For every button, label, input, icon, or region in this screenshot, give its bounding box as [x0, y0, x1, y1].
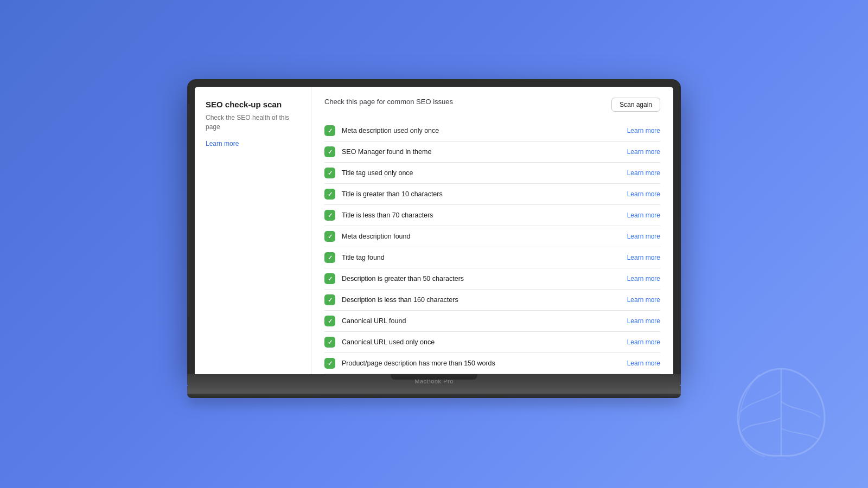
laptop-container: SEO check-up scan Check the SEO health o…	[187, 79, 681, 398]
check-learn-more-link[interactable]: Learn more	[627, 275, 660, 282]
laptop-notch	[391, 374, 477, 380]
check-pass-icon	[324, 168, 335, 178]
check-item: Canonical URL used only onceLearn more	[324, 332, 660, 353]
check-item: Title is greater than 10 charactersLearn…	[324, 184, 660, 205]
main-header-title: Check this page for common SEO issues	[324, 98, 453, 106]
check-item: Description is greater than 50 character…	[324, 268, 660, 290]
check-learn-more-link[interactable]: Learn more	[627, 254, 660, 261]
check-label: Canonical URL used only once	[342, 338, 621, 346]
laptop-stand	[187, 386, 681, 394]
check-item: Product/page description has more than 1…	[324, 353, 660, 374]
check-learn-more-link[interactable]: Learn more	[627, 233, 660, 240]
check-learn-more-link[interactable]: Learn more	[627, 190, 660, 198]
check-pass-icon	[324, 125, 335, 136]
check-item: SEO Manager found in themeLearn more	[324, 142, 660, 163]
check-learn-more-link[interactable]: Learn more	[627, 359, 660, 367]
sidebar-learn-more-link[interactable]: Learn more	[206, 140, 239, 147]
check-item: Canonical URL foundLearn more	[324, 311, 660, 332]
check-pass-icon	[324, 189, 335, 200]
laptop-screen-bezel: SEO check-up scan Check the SEO health o…	[187, 79, 681, 374]
sidebar-title: SEO check-up scan	[206, 100, 300, 109]
app-container: SEO check-up scan Check the SEO health o…	[195, 87, 673, 374]
check-pass-icon	[324, 252, 335, 263]
check-learn-more-link[interactable]: Learn more	[627, 317, 660, 325]
check-label: Description is less than 160 characters	[342, 296, 621, 304]
check-pass-icon	[324, 337, 335, 348]
check-label: Canonical URL found	[342, 317, 621, 325]
check-item: Meta description used only onceLearn mor…	[324, 120, 660, 142]
sidebar: SEO check-up scan Check the SEO health o…	[195, 87, 311, 374]
check-label: Product/page description has more than 1…	[342, 359, 621, 367]
scan-again-button[interactable]: Scan again	[611, 98, 660, 112]
check-learn-more-link[interactable]: Learn more	[627, 211, 660, 219]
main-header: Check this page for common SEO issues Sc…	[324, 98, 660, 112]
check-item: Title is less than 70 charactersLearn mo…	[324, 205, 660, 226]
check-item: Title tag foundLearn more	[324, 247, 660, 268]
check-pass-icon	[324, 294, 335, 305]
check-item: Description is less than 160 charactersL…	[324, 290, 660, 311]
laptop-screen: SEO check-up scan Check the SEO health o…	[195, 87, 673, 374]
laptop-foot	[187, 394, 681, 398]
check-label: Title is greater than 10 characters	[342, 190, 621, 198]
check-learn-more-link[interactable]: Learn more	[627, 169, 660, 177]
main-content: Check this page for common SEO issues Sc…	[311, 87, 673, 374]
check-list: Meta description used only onceLearn mor…	[324, 120, 660, 374]
check-learn-more-link[interactable]: Learn more	[627, 148, 660, 156]
check-pass-icon	[324, 316, 335, 326]
check-pass-icon	[324, 210, 335, 221]
laptop-base: MacBook Pro	[187, 374, 681, 386]
check-label: Title tag found	[342, 254, 621, 261]
check-pass-icon	[324, 146, 335, 157]
check-label: Description is greater than 50 character…	[342, 275, 621, 282]
check-pass-icon	[324, 273, 335, 284]
check-label: Meta description used only once	[342, 127, 621, 134]
check-learn-more-link[interactable]: Learn more	[627, 338, 660, 346]
check-label: Meta description found	[342, 233, 621, 240]
check-label: Title is less than 70 characters	[342, 211, 621, 219]
check-item: Meta description foundLearn more	[324, 226, 660, 247]
check-learn-more-link[interactable]: Learn more	[627, 127, 660, 134]
background-leaf-icon	[727, 358, 835, 466]
check-label: SEO Manager found in theme	[342, 148, 621, 156]
check-learn-more-link[interactable]: Learn more	[627, 296, 660, 304]
check-pass-icon	[324, 358, 335, 369]
check-label: Title tag used only once	[342, 169, 621, 177]
check-pass-icon	[324, 231, 335, 242]
sidebar-subtitle: Check the SEO health of this page	[206, 113, 300, 132]
check-item: Title tag used only onceLearn more	[324, 163, 660, 184]
